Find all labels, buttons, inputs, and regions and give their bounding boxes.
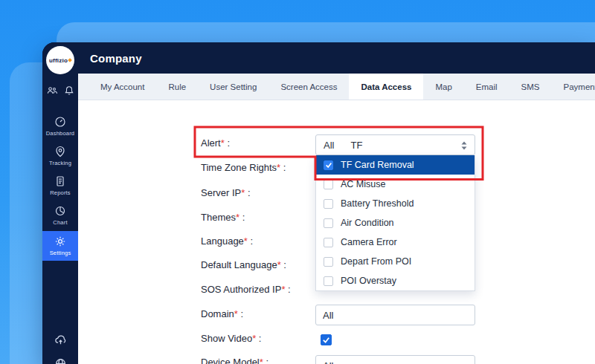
cloud-upload-icon[interactable]	[42, 334, 78, 346]
field-label-domain: Domain* :	[201, 308, 243, 319]
checkbox-icon[interactable]	[324, 199, 333, 209]
settings-icon	[54, 235, 66, 247]
field-label-time-zone-rights: Time Zone Rights* :	[201, 162, 286, 173]
domain-input[interactable]	[315, 305, 475, 325]
sidebar: uffizio	[42, 42, 78, 364]
field-label-device-model: Device Model* :	[201, 357, 268, 364]
checkbox-checked-icon[interactable]	[324, 160, 333, 170]
main-content: My Account Rule User Setting Screen Acce…	[78, 74, 595, 364]
page-header: Company	[78, 42, 595, 74]
sidebar-item-label: Settings	[50, 250, 71, 256]
tab-sms[interactable]: SMS	[509, 74, 552, 100]
sidebar-item-settings[interactable]: Settings	[42, 231, 78, 261]
tab-payment-gateway[interactable]: Payment Gateway	[552, 74, 595, 100]
dropdown-option-ac-misuse[interactable]: AC Misuse	[316, 175, 475, 194]
tab-email[interactable]: Email	[464, 74, 509, 100]
users-icon[interactable]	[47, 85, 57, 96]
logo-text: uffizio	[49, 57, 68, 64]
tab-screen-access[interactable]: Screen Access	[268, 74, 349, 100]
alert-select[interactable]: All TF	[315, 134, 475, 155]
field-label-sos-authorized-ip: SOS Authorized IP* :	[201, 284, 291, 295]
reports-icon	[54, 175, 66, 187]
sidebar-item-label: Dashboard	[46, 130, 75, 137]
dropdown-option-tf-card-removal[interactable]: TF Card Removal	[316, 155, 475, 175]
field-label-themes: Themes* :	[201, 212, 245, 223]
tab-bar: My Account Rule User Setting Screen Acce…	[78, 74, 595, 100]
dropdown-option-air-condition[interactable]: Air Condition	[316, 213, 475, 233]
page: uffizio	[0, 0, 595, 364]
tab-map[interactable]: Map	[423, 74, 463, 100]
checkbox-icon[interactable]	[324, 180, 333, 189]
app-window: uffizio	[42, 42, 595, 364]
tracking-icon	[54, 146, 66, 157]
dropdown-option-battery-threshold[interactable]: Battery Threshold	[316, 194, 475, 213]
field-label-show-video: Show Video* :	[201, 333, 261, 344]
sidebar-item-dashboard[interactable]: Dashboard	[42, 116, 78, 137]
bell-icon[interactable]	[64, 85, 74, 96]
sidebar-item-label: Tracking	[49, 160, 71, 166]
logo-mark-icon	[68, 58, 72, 62]
checkbox-icon[interactable]	[324, 218, 333, 228]
page-title: Company	[90, 52, 142, 65]
sidebar-item-tracking[interactable]: Tracking	[42, 146, 78, 166]
alert-select-filter-text: TF	[350, 140, 362, 151]
chart-icon	[54, 205, 66, 217]
sidebar-item-chart[interactable]: Chart	[42, 205, 78, 226]
field-label-alert: Alert* :	[201, 137, 230, 149]
dropdown-option-depart-from-poi[interactable]: Depart From POI	[316, 252, 475, 271]
device-model-input[interactable]	[315, 355, 475, 364]
tab-rule[interactable]: Rule	[156, 74, 198, 100]
globe-icon[interactable]	[42, 357, 78, 364]
tab-data-access[interactable]: Data Access	[349, 74, 423, 100]
show-video-checkbox[interactable]	[321, 334, 332, 345]
alert-dropdown-panel: TF Card Removal AC Misuse Battery Thresh…	[315, 155, 475, 291]
dropdown-option-camera-error[interactable]: Camera Error	[316, 233, 475, 252]
sort-icon	[460, 140, 469, 154]
checkbox-icon[interactable]	[324, 257, 333, 267]
field-label-language: Language* :	[201, 235, 253, 247]
sidebar-item-reports[interactable]: Reports	[42, 175, 78, 196]
sidebar-item-label: Reports	[50, 189, 71, 196]
checkbox-icon[interactable]	[324, 276, 333, 286]
checkbox-icon[interactable]	[324, 238, 333, 247]
tab-my-account[interactable]: My Account	[89, 74, 156, 100]
app-logo[interactable]: uffizio	[46, 46, 74, 74]
field-label-default-language: Default Language* :	[201, 259, 286, 270]
dashboard-icon	[54, 116, 66, 128]
dropdown-option-poi-overstay[interactable]: POI Overstay	[316, 271, 475, 290]
sidebar-top-icons	[42, 85, 78, 96]
alert-select-value: All	[324, 140, 334, 151]
field-label-server-ip: Server IP* :	[201, 187, 251, 198]
sidebar-item-label: Chart	[53, 219, 67, 226]
tab-user-setting[interactable]: User Setting	[198, 74, 268, 100]
